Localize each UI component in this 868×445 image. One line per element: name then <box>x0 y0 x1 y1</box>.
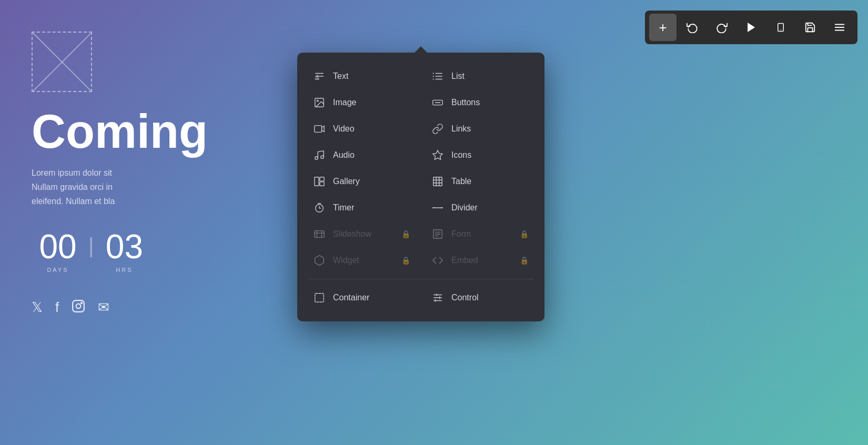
countdown-hrs: 03 HRS <box>98 230 150 273</box>
slideshow-label: Slideshow <box>333 229 371 239</box>
gallery-icon <box>313 175 326 188</box>
text-icon: A <box>313 70 326 83</box>
svg-marker-0 <box>748 23 755 32</box>
menu-button[interactable] <box>826 14 853 41</box>
countdown: 00 DAYS | 03 HRS <box>32 230 208 273</box>
menu-item-embed: Embed 🔒 <box>421 247 539 274</box>
svg-rect-25 <box>315 177 319 186</box>
control-icon <box>431 291 444 304</box>
instagram-icon[interactable] <box>72 299 85 317</box>
links-icon <box>431 123 444 135</box>
hrs-value: 03 <box>98 230 150 264</box>
menu-item-divider[interactable]: Divider <box>421 195 539 221</box>
add-button[interactable]: + <box>649 14 677 41</box>
icons-icon <box>431 149 444 161</box>
list-label: List <box>451 72 465 81</box>
menu-item-video[interactable]: Video <box>302 116 421 142</box>
svg-rect-28 <box>433 177 442 186</box>
svg-rect-38 <box>315 231 324 238</box>
svg-point-13 <box>433 73 434 74</box>
form-icon <box>431 228 444 240</box>
svg-text:A: A <box>315 73 319 80</box>
menu-item-gallery[interactable]: Gallery <box>302 168 421 195</box>
container-label: Container <box>333 293 369 302</box>
countdown-sep1: | <box>88 234 94 258</box>
toolbar: + <box>645 11 857 44</box>
twitter-icon[interactable]: 𝕏 <box>32 299 43 317</box>
audio-icon <box>313 149 326 161</box>
timer-icon <box>313 201 326 214</box>
svg-rect-27 <box>320 182 324 186</box>
facebook-icon[interactable]: f <box>55 299 59 317</box>
menu-item-links[interactable]: Links <box>421 116 539 142</box>
embed-label: Embed <box>451 256 478 265</box>
page-content: Coming Lorem ipsum dolor sit Nullam grav… <box>32 32 208 317</box>
menu-item-container[interactable]: Container <box>302 285 421 311</box>
widget-icon <box>313 254 326 267</box>
svg-point-14 <box>433 76 434 77</box>
subtitle-line3: eleifend. Nullam et bla <box>32 197 115 206</box>
table-icon <box>431 175 444 188</box>
menu-item-slideshow: Slideshow 🔒 <box>302 221 421 247</box>
subtitle-line2: Nullam gravida orci in <box>32 183 113 191</box>
countdown-days: 00 DAYS <box>32 230 84 273</box>
menu-item-icons[interactable]: Icons <box>421 142 539 168</box>
menu-item-list[interactable]: List <box>421 63 539 89</box>
image-icon <box>313 96 326 109</box>
menu-grid-bottom: Container Control <box>297 285 544 311</box>
divider-icon <box>431 201 444 214</box>
redo-button[interactable] <box>708 14 735 41</box>
days-value: 00 <box>32 230 84 264</box>
buttons-icon <box>431 96 444 109</box>
menu-item-image[interactable]: Image <box>302 89 421 116</box>
menu-item-timer[interactable]: Timer <box>302 195 421 221</box>
hrs-label: HRS <box>98 267 150 273</box>
undo-button[interactable] <box>679 14 706 41</box>
links-label: Links <box>451 124 471 134</box>
menu-item-form: Form 🔒 <box>421 221 539 247</box>
add-element-dropdown: A Text List <box>297 53 544 321</box>
image-label: Image <box>333 98 356 107</box>
svg-point-7 <box>76 304 81 308</box>
svg-point-15 <box>433 78 434 79</box>
menu-item-text[interactable]: A Text <box>302 63 421 89</box>
svg-rect-20 <box>315 126 322 133</box>
subtitle-line1: Lorem ipsum dolor sit <box>32 168 112 177</box>
save-button[interactable] <box>796 14 824 41</box>
coming-title: Coming <box>32 108 208 155</box>
audio-label: Audio <box>333 150 355 160</box>
video-label: Video <box>333 124 355 134</box>
preview-button[interactable] <box>738 14 765 41</box>
timer-label: Timer <box>333 203 354 213</box>
widget-label: Widget <box>333 256 359 265</box>
menu-item-control[interactable]: Control <box>421 285 539 311</box>
svg-point-23 <box>321 156 324 159</box>
menu-item-audio[interactable]: Audio <box>302 142 421 168</box>
widget-lock-icon: 🔒 <box>401 256 410 265</box>
svg-point-8 <box>81 302 82 304</box>
slideshow-lock-icon: 🔒 <box>401 230 410 238</box>
embed-lock-icon: 🔒 <box>520 256 529 265</box>
menu-item-table[interactable]: Table <box>421 168 539 195</box>
menu-item-widget: Widget 🔒 <box>302 247 421 274</box>
divider-label: Divider <box>451 203 478 213</box>
form-label: Form <box>451 229 471 239</box>
social-icons: 𝕏 f ✉ <box>32 299 208 317</box>
days-label: DAYS <box>32 267 84 273</box>
video-icon <box>313 123 326 135</box>
svg-rect-6 <box>73 300 84 312</box>
menu-separator <box>308 279 534 279</box>
control-label: Control <box>451 293 479 302</box>
list-icon <box>431 70 444 83</box>
text-label: Text <box>333 72 348 81</box>
menu-item-buttons[interactable]: Buttons <box>421 89 539 116</box>
mobile-view-button[interactable] <box>767 14 794 41</box>
container-icon <box>313 291 326 304</box>
slideshow-icon <box>313 228 326 240</box>
table-label: Table <box>451 177 471 186</box>
gallery-label: Gallery <box>333 177 360 186</box>
email-icon[interactable]: ✉ <box>98 299 109 317</box>
svg-point-17 <box>317 100 318 102</box>
embed-icon <box>431 254 444 267</box>
buttons-label: Buttons <box>451 98 480 107</box>
